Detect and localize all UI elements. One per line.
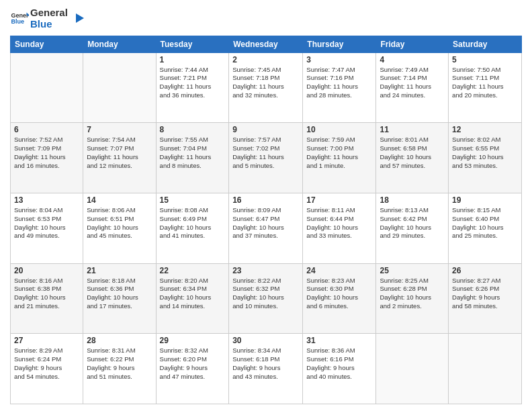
logo-wave-icon [69, 11, 84, 26]
calendar-cell: 7Sunrise: 7:54 AM Sunset: 7:07 PM Daylig… [83, 123, 156, 193]
day-info: Sunrise: 8:20 AM Sunset: 6:34 PM Dayligh… [160, 277, 226, 311]
day-number: 9 [232, 125, 299, 134]
logo-general: General [30, 7, 68, 18]
calendar-cell: 31Sunrise: 8:36 AM Sunset: 6:16 PM Dayli… [303, 334, 376, 404]
day-info: Sunrise: 8:02 AM Sunset: 6:55 PM Dayligh… [452, 136, 518, 170]
day-number: 23 [232, 266, 299, 275]
calendar-cell [11, 52, 83, 123]
calendar-cell: 9Sunrise: 7:57 AM Sunset: 7:02 PM Daylig… [229, 123, 303, 193]
calendar-cell: 17Sunrise: 8:11 AM Sunset: 6:44 PM Dayli… [303, 193, 376, 263]
calendar-cell: 28Sunrise: 8:31 AM Sunset: 6:22 PM Dayli… [83, 334, 156, 404]
calendar-table: SundayMondayTuesdayWednesdayThursdayFrid… [10, 36, 522, 405]
svg-text:Blue: Blue [11, 19, 24, 26]
day-info: Sunrise: 8:04 AM Sunset: 6:53 PM Dayligh… [14, 206, 79, 240]
calendar-cell: 8Sunrise: 7:55 AM Sunset: 7:04 PM Daylig… [156, 123, 229, 193]
svg-marker-3 [76, 13, 84, 23]
weekday-header-tuesday: Tuesday [156, 36, 229, 52]
calendar-cell [83, 52, 156, 123]
day-number: 14 [87, 195, 152, 205]
day-number: 17 [306, 195, 372, 205]
calendar-cell: 12Sunrise: 8:02 AM Sunset: 6:55 PM Dayli… [449, 123, 522, 193]
day-number: 7 [87, 125, 152, 134]
weekday-header-monday: Monday [83, 36, 156, 52]
week-row-5: 27Sunrise: 8:29 AM Sunset: 6:24 PM Dayli… [11, 334, 522, 404]
calendar-cell: 21Sunrise: 8:18 AM Sunset: 6:36 PM Dayli… [83, 263, 156, 334]
day-info: Sunrise: 7:49 AM Sunset: 7:14 PM Dayligh… [380, 66, 445, 100]
calendar-cell: 24Sunrise: 8:23 AM Sunset: 6:30 PM Dayli… [303, 263, 376, 334]
svg-text:General: General [11, 12, 29, 19]
calendar-cell: 20Sunrise: 8:16 AM Sunset: 6:38 PM Dayli… [11, 263, 83, 334]
day-info: Sunrise: 8:09 AM Sunset: 6:47 PM Dayligh… [232, 206, 299, 240]
day-number: 29 [160, 336, 226, 345]
day-info: Sunrise: 8:01 AM Sunset: 6:58 PM Dayligh… [380, 136, 445, 170]
calendar-cell: 15Sunrise: 8:08 AM Sunset: 6:49 PM Dayli… [156, 193, 229, 263]
day-number: 19 [452, 195, 518, 205]
day-number: 24 [306, 266, 372, 275]
day-info: Sunrise: 8:13 AM Sunset: 6:42 PM Dayligh… [380, 206, 445, 240]
day-info: Sunrise: 8:32 AM Sunset: 6:20 PM Dayligh… [160, 347, 226, 381]
day-info: Sunrise: 7:55 AM Sunset: 7:04 PM Dayligh… [160, 136, 226, 170]
day-info: Sunrise: 8:18 AM Sunset: 6:36 PM Dayligh… [87, 277, 152, 311]
day-info: Sunrise: 8:34 AM Sunset: 6:18 PM Dayligh… [232, 347, 299, 381]
day-info: Sunrise: 7:52 AM Sunset: 7:09 PM Dayligh… [14, 136, 79, 170]
calendar-cell: 27Sunrise: 8:29 AM Sunset: 6:24 PM Dayli… [11, 334, 83, 404]
week-row-1: 1Sunrise: 7:44 AM Sunset: 7:21 PM Daylig… [11, 52, 522, 123]
day-info: Sunrise: 8:36 AM Sunset: 6:16 PM Dayligh… [306, 347, 372, 381]
calendar-cell [376, 334, 449, 404]
day-number: 31 [306, 336, 372, 345]
calendar-cell: 3Sunrise: 7:47 AM Sunset: 7:16 PM Daylig… [303, 52, 376, 123]
day-number: 28 [87, 336, 152, 345]
calendar-cell: 26Sunrise: 8:27 AM Sunset: 6:26 PM Dayli… [449, 263, 522, 334]
calendar-cell: 23Sunrise: 8:22 AM Sunset: 6:32 PM Dayli… [229, 263, 303, 334]
calendar-cell: 18Sunrise: 8:13 AM Sunset: 6:42 PM Dayli… [376, 193, 449, 263]
day-number: 6 [14, 125, 79, 134]
calendar-cell: 11Sunrise: 8:01 AM Sunset: 6:58 PM Dayli… [376, 123, 449, 193]
day-info: Sunrise: 7:47 AM Sunset: 7:16 PM Dayligh… [306, 66, 372, 100]
day-number: 22 [160, 266, 226, 275]
logo-blue: Blue [30, 18, 68, 30]
weekday-header-thursday: Thursday [303, 36, 376, 52]
day-number: 18 [380, 195, 445, 205]
day-info: Sunrise: 8:06 AM Sunset: 6:51 PM Dayligh… [87, 206, 152, 240]
day-info: Sunrise: 7:59 AM Sunset: 7:00 PM Dayligh… [306, 136, 372, 170]
day-number: 25 [380, 266, 445, 275]
weekday-header-wednesday: Wednesday [229, 36, 303, 52]
day-info: Sunrise: 7:57 AM Sunset: 7:02 PM Dayligh… [232, 136, 299, 170]
day-number: 13 [14, 195, 79, 205]
day-info: Sunrise: 8:31 AM Sunset: 6:22 PM Dayligh… [87, 347, 152, 381]
day-info: Sunrise: 8:27 AM Sunset: 6:26 PM Dayligh… [452, 277, 518, 311]
day-info: Sunrise: 8:25 AM Sunset: 6:28 PM Dayligh… [380, 277, 445, 311]
day-number: 26 [452, 266, 518, 275]
calendar-cell: 1Sunrise: 7:44 AM Sunset: 7:21 PM Daylig… [156, 52, 229, 123]
week-row-2: 6Sunrise: 7:52 AM Sunset: 7:09 PM Daylig… [11, 123, 522, 193]
day-info: Sunrise: 8:11 AM Sunset: 6:44 PM Dayligh… [306, 206, 372, 240]
weekday-header-saturday: Saturday [449, 36, 522, 52]
weekday-header-friday: Friday [376, 36, 449, 52]
day-info: Sunrise: 7:54 AM Sunset: 7:07 PM Dayligh… [87, 136, 152, 170]
calendar-cell: 19Sunrise: 8:15 AM Sunset: 6:40 PM Dayli… [449, 193, 522, 263]
calendar-page: General Blue General Blue SundayMondayTu… [0, 0, 532, 411]
calendar-cell: 10Sunrise: 7:59 AM Sunset: 7:00 PM Dayli… [303, 123, 376, 193]
week-row-3: 13Sunrise: 8:04 AM Sunset: 6:53 PM Dayli… [11, 193, 522, 263]
day-number: 30 [232, 336, 299, 345]
calendar-cell: 22Sunrise: 8:20 AM Sunset: 6:34 PM Dayli… [156, 263, 229, 334]
calendar-cell: 14Sunrise: 8:06 AM Sunset: 6:51 PM Dayli… [83, 193, 156, 263]
day-number: 12 [452, 125, 518, 134]
day-number: 20 [14, 266, 79, 275]
day-number: 15 [160, 195, 226, 205]
calendar-cell: 25Sunrise: 8:25 AM Sunset: 6:28 PM Dayli… [376, 263, 449, 334]
calendar-cell: 30Sunrise: 8:34 AM Sunset: 6:18 PM Dayli… [229, 334, 303, 404]
day-info: Sunrise: 8:23 AM Sunset: 6:30 PM Dayligh… [306, 277, 372, 311]
day-info: Sunrise: 8:22 AM Sunset: 6:32 PM Dayligh… [232, 277, 299, 311]
day-number: 21 [87, 266, 152, 275]
calendar-cell: 13Sunrise: 8:04 AM Sunset: 6:53 PM Dayli… [11, 193, 83, 263]
day-info: Sunrise: 8:29 AM Sunset: 6:24 PM Dayligh… [14, 347, 79, 381]
calendar-cell: 6Sunrise: 7:52 AM Sunset: 7:09 PM Daylig… [11, 123, 83, 193]
day-number: 4 [380, 55, 445, 64]
day-number: 11 [380, 125, 445, 134]
day-info: Sunrise: 7:44 AM Sunset: 7:21 PM Dayligh… [160, 66, 226, 100]
week-row-4: 20Sunrise: 8:16 AM Sunset: 6:38 PM Dayli… [11, 263, 522, 334]
day-info: Sunrise: 7:50 AM Sunset: 7:11 PM Dayligh… [452, 66, 518, 100]
day-number: 3 [306, 55, 372, 64]
logo: General Blue General Blue [10, 7, 84, 30]
